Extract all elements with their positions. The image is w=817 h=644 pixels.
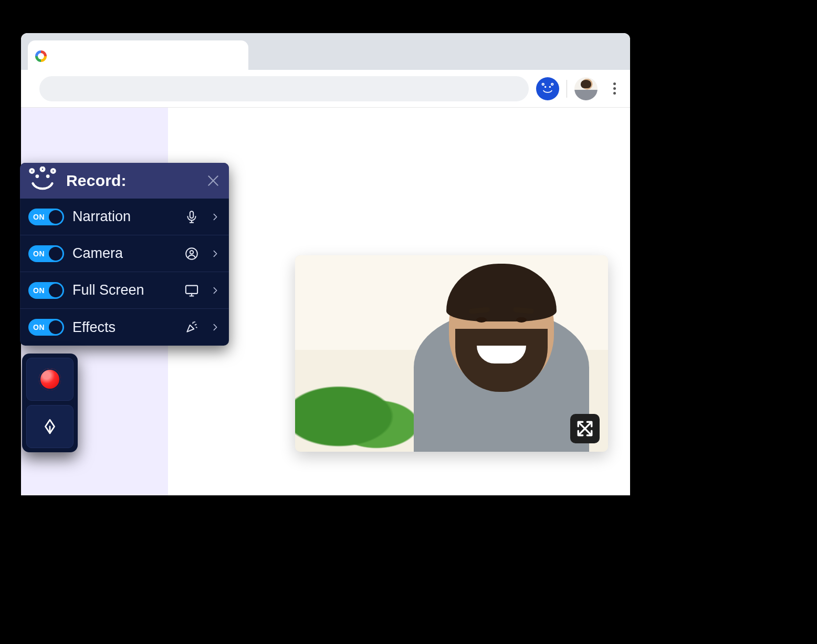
chevron-right-icon xyxy=(211,213,219,221)
close-button[interactable] xyxy=(203,170,224,191)
browser-menu-button[interactable] xyxy=(608,82,621,95)
close-icon xyxy=(206,174,220,188)
narration-label: Narration xyxy=(72,209,175,225)
chevron-right-icon xyxy=(211,323,219,331)
fullscreen-more-button[interactable] xyxy=(210,285,221,296)
browser-tab-active[interactable] xyxy=(28,40,248,72)
fullscreen-label: Full Screen xyxy=(72,282,175,298)
camera-toggle[interactable]: ON xyxy=(28,245,64,262)
svg-point-6 xyxy=(30,169,34,173)
effects-more-button[interactable] xyxy=(210,322,221,333)
pen-nib-icon xyxy=(41,418,59,435)
draw-tools-button[interactable] xyxy=(26,405,74,448)
svg-point-0 xyxy=(544,86,547,88)
record-row-narration: ON Narration xyxy=(20,199,229,235)
brand-face-icon xyxy=(540,81,555,96)
effects-toggle[interactable]: ON xyxy=(28,319,64,336)
screenpal-extension-icon[interactable] xyxy=(536,77,559,100)
fullscreen-toggle[interactable]: ON xyxy=(28,282,64,299)
record-panel-title: Record: xyxy=(66,172,127,190)
svg-point-5 xyxy=(46,174,50,178)
browser-toolbar xyxy=(21,70,630,108)
microphone-icon xyxy=(184,209,200,225)
svg-point-8 xyxy=(41,168,45,171)
camera-preview-person xyxy=(414,267,589,452)
address-bar[interactable] xyxy=(39,76,529,101)
svg-point-3 xyxy=(551,83,553,85)
quick-controls-dock xyxy=(22,354,78,452)
chevron-right-icon xyxy=(211,286,219,295)
effects-label: Effects xyxy=(72,319,175,336)
record-button[interactable] xyxy=(26,358,74,401)
confetti-icon xyxy=(184,319,200,335)
user-circle-icon xyxy=(184,246,200,262)
toolbar-divider xyxy=(567,80,567,98)
svg-rect-9 xyxy=(190,211,194,218)
brand-logo-icon xyxy=(28,167,57,195)
expand-preview-button[interactable] xyxy=(570,414,600,443)
svg-point-7 xyxy=(51,169,55,173)
svg-rect-12 xyxy=(186,285,197,293)
camera-label: Camera xyxy=(72,245,175,262)
svg-point-4 xyxy=(36,174,39,178)
svg-point-1 xyxy=(549,86,551,88)
chevron-right-icon xyxy=(211,250,219,258)
narration-toggle[interactable]: ON xyxy=(28,209,64,225)
monitor-icon xyxy=(184,283,200,298)
profile-avatar[interactable] xyxy=(574,77,598,100)
record-row-effects: ON Effects xyxy=(20,309,229,346)
record-panel-header: Record: xyxy=(20,163,229,199)
record-row-fullscreen: ON Full Screen xyxy=(20,272,229,309)
expand-icon xyxy=(576,420,594,438)
record-dot-icon xyxy=(39,368,61,390)
tab-strip xyxy=(21,33,630,70)
camera-preview[interactable] xyxy=(295,255,608,452)
record-row-camera: ON Camera xyxy=(20,235,229,272)
narration-more-button[interactable] xyxy=(210,212,221,222)
record-options-panel: Record: ON Narration ON Camera ON xyxy=(20,163,229,346)
svg-point-2 xyxy=(542,83,544,85)
camera-more-button[interactable] xyxy=(210,248,221,259)
chrome-favicon-icon xyxy=(35,50,47,62)
svg-point-11 xyxy=(190,251,194,254)
